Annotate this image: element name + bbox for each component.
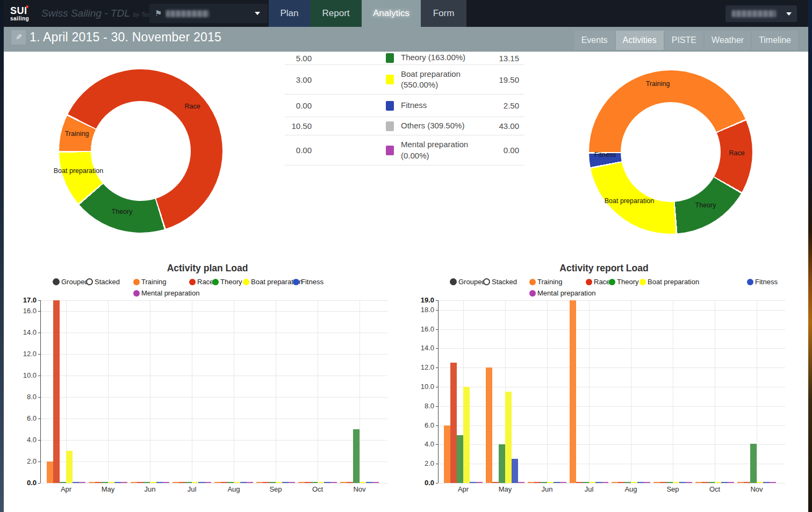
bar-training-aug[interactable]	[612, 482, 618, 483]
bar-boat-preparation-may[interactable]	[505, 392, 512, 483]
bar-race-sep[interactable]	[263, 482, 269, 483]
bar-fitness-apr[interactable]	[73, 482, 79, 483]
bar-training-jul[interactable]	[570, 300, 576, 483]
team-selector-dropdown[interactable]: ⚑	[149, 4, 268, 23]
bar-theory-sep[interactable]	[269, 482, 276, 483]
sub-tab-timeline[interactable]: Timeline	[752, 31, 798, 50]
mode-radio-stacked[interactable]: Stacked	[86, 278, 120, 286]
bar-mental-preparation-jun[interactable]	[560, 482, 566, 483]
bar-boat-preparation-jun[interactable]	[547, 482, 554, 483]
bar-training-oct[interactable]	[298, 482, 305, 483]
bar-race-oct[interactable]	[702, 482, 708, 483]
bar-theory-may[interactable]	[102, 482, 108, 483]
bar-theory-jul[interactable]	[185, 482, 192, 483]
bar-theory-aug[interactable]	[624, 482, 631, 483]
bar-fitness-oct[interactable]	[721, 482, 728, 483]
nav-tab-plan[interactable]: Plan	[269, 0, 310, 27]
bar-training-jun[interactable]	[528, 482, 534, 483]
sub-tab-weather[interactable]: Weather	[705, 31, 751, 50]
bar-boat-preparation-oct[interactable]	[318, 482, 324, 483]
bar-race-jul[interactable]	[576, 482, 583, 483]
mode-radio-stacked[interactable]: Stacked	[483, 278, 517, 286]
bar-fitness-apr[interactable]	[470, 482, 476, 483]
bar-fitness-jul[interactable]	[595, 482, 602, 483]
bar-theory-apr[interactable]	[60, 482, 66, 483]
bar-boat-preparation-oct[interactable]	[715, 482, 721, 483]
bar-training-sep[interactable]	[653, 482, 660, 483]
bar-boat-preparation-nov[interactable]	[757, 482, 763, 483]
bar-fitness-may[interactable]	[512, 459, 518, 483]
bar-training-oct[interactable]	[695, 482, 702, 483]
bar-mental-preparation-nov[interactable]	[770, 482, 776, 483]
bar-training-apr[interactable]	[47, 461, 53, 483]
bar-fitness-nov[interactable]	[366, 482, 372, 483]
bar-training-may[interactable]	[89, 482, 95, 483]
bar-theory-nov[interactable]	[353, 429, 360, 483]
bar-race-nov[interactable]	[744, 482, 750, 483]
bar-race-may[interactable]	[492, 482, 499, 483]
bar-race-aug[interactable]	[221, 482, 227, 483]
bar-mental-preparation-may[interactable]	[121, 482, 127, 483]
bar-mental-preparation-jun[interactable]	[163, 482, 169, 483]
bar-boat-preparation-nov[interactable]	[360, 482, 366, 483]
bar-mental-preparation-jul[interactable]	[205, 482, 211, 483]
bar-boat-preparation-aug[interactable]	[631, 482, 637, 483]
bar-fitness-nov[interactable]	[763, 482, 770, 483]
bar-mental-preparation-jul[interactable]	[602, 482, 608, 483]
bar-mental-preparation-oct[interactable]	[330, 482, 337, 483]
bar-mental-preparation-apr[interactable]	[79, 482, 85, 483]
bar-boat-preparation-apr[interactable]	[463, 387, 470, 483]
bar-mental-preparation-sep[interactable]	[686, 482, 692, 483]
bar-mental-preparation-aug[interactable]	[644, 482, 650, 483]
edit-period-button[interactable]: ✎	[11, 30, 26, 45]
bar-theory-may[interactable]	[499, 444, 505, 483]
sub-tab-piste[interactable]: PISTE	[665, 31, 703, 50]
bar-training-nov[interactable]	[340, 482, 347, 483]
bar-fitness-aug[interactable]	[637, 482, 644, 483]
bar-theory-jul[interactable]	[583, 482, 589, 483]
bar-mental-preparation-aug[interactable]	[247, 482, 253, 483]
bar-theory-apr[interactable]	[457, 435, 463, 483]
bar-boat-preparation-sep[interactable]	[673, 482, 679, 483]
sub-tab-activities[interactable]: Activities	[616, 31, 664, 50]
bar-boat-preparation-may[interactable]	[108, 482, 114, 483]
bar-theory-nov[interactable]	[750, 444, 757, 483]
bar-fitness-may[interactable]	[114, 482, 121, 483]
bar-training-jun[interactable]	[131, 482, 137, 483]
bar-race-jun[interactable]	[137, 482, 143, 483]
bar-fitness-sep[interactable]	[282, 482, 289, 483]
mode-radio-grouped[interactable]: Grouped	[53, 278, 89, 286]
bar-boat-preparation-jul[interactable]	[192, 482, 198, 483]
bar-theory-jun[interactable]	[541, 482, 547, 483]
nav-tab-analytics[interactable]: Analytics	[362, 0, 421, 27]
mode-radio-grouped[interactable]: Grouped	[450, 278, 486, 286]
bar-fitness-jun[interactable]	[554, 482, 560, 483]
bar-training-aug[interactable]	[214, 482, 221, 483]
nav-tab-report[interactable]: Report	[310, 0, 362, 27]
bar-fitness-jun[interactable]	[156, 482, 163, 483]
bar-race-apr[interactable]	[450, 363, 457, 483]
bar-mental-preparation-oct[interactable]	[728, 482, 734, 483]
bar-race-aug[interactable]	[618, 482, 624, 483]
bar-boat-preparation-jun[interactable]	[150, 482, 156, 483]
bar-training-sep[interactable]	[256, 482, 263, 483]
bar-boat-preparation-apr[interactable]	[66, 451, 73, 483]
bar-race-sep[interactable]	[660, 482, 666, 483]
bar-theory-oct[interactable]	[708, 482, 715, 483]
bar-race-may[interactable]	[95, 482, 102, 483]
bar-boat-preparation-aug[interactable]	[234, 482, 240, 483]
user-menu-dropdown[interactable]	[725, 5, 797, 22]
bar-training-jul[interactable]	[173, 482, 179, 483]
bar-mental-preparation-nov[interactable]	[372, 482, 379, 483]
bar-mental-preparation-may[interactable]	[518, 482, 524, 483]
bar-theory-jun[interactable]	[143, 482, 150, 483]
bar-fitness-jul[interactable]	[198, 482, 205, 483]
bar-theory-sep[interactable]	[666, 482, 673, 483]
bar-race-jul[interactable]	[179, 482, 185, 483]
bar-race-apr[interactable]	[53, 300, 60, 483]
bar-race-jun[interactable]	[534, 482, 541, 483]
sub-tab-events[interactable]: Events	[574, 31, 615, 50]
bar-theory-oct[interactable]	[311, 482, 318, 483]
bar-training-may[interactable]	[486, 367, 492, 483]
bar-boat-preparation-jul[interactable]	[589, 482, 595, 483]
